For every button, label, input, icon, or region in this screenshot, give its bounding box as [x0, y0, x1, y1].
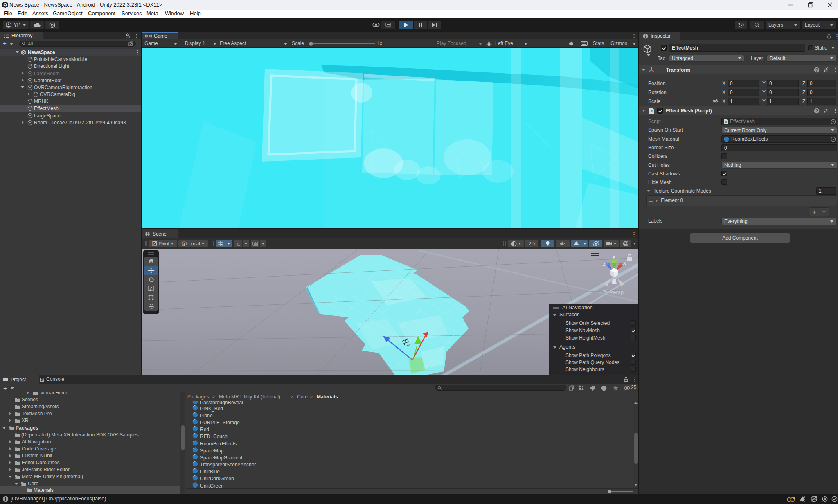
svg-text:?: ? [815, 109, 818, 113]
svg-text:x: x [623, 260, 626, 266]
svg-text:Persp: Persp [609, 289, 624, 295]
svg-text:z: z [603, 261, 606, 267]
svg-text:Y: Y [221, 244, 223, 247]
svg-text:?: ? [815, 68, 818, 72]
svg-text:y: y [613, 253, 615, 259]
